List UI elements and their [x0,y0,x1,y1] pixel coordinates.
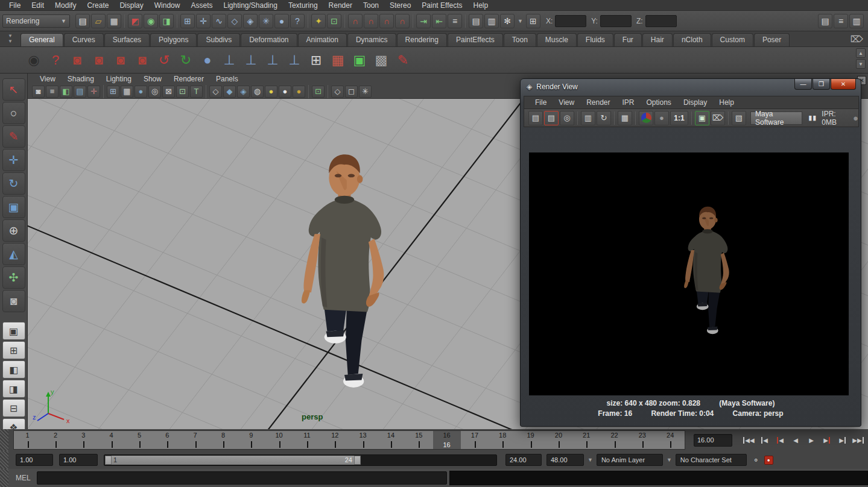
character-model[interactable] [287,146,402,409]
rv-menu-options[interactable]: Options [641,98,677,107]
persp-outliner-layout[interactable]: ◧ [2,360,25,379]
menu-texturing[interactable]: Texturing [283,1,323,10]
frame-8[interactable]: 8 [209,431,237,449]
construction-history-icon[interactable]: ≡ [448,14,462,28]
panel-menu-panels[interactable]: Panels [210,75,244,83]
paint-script-icon[interactable]: ✎ [392,49,414,71]
shelf-tab-polygons[interactable]: Polygons [150,33,197,46]
frame-9[interactable]: 9 [238,431,265,449]
chevron-down-icon[interactable]: ▼ [518,18,523,24]
frame-2[interactable]: 2 [42,431,69,449]
frame-3[interactable]: 3 [70,431,98,449]
outliner-persp-layout[interactable]: ◨ [2,380,25,398]
ipr-render-icon[interactable]: ▥ [581,111,595,125]
character-set-selector[interactable]: No Character Set [676,454,747,466]
shelf-tab-ncloth[interactable]: nCloth [673,33,711,46]
rv-menu-help[interactable]: Help [713,98,740,107]
menu-window[interactable]: Window [149,1,186,10]
frame-1[interactable]: 1 [14,431,42,449]
frame-15[interactable]: 15 [405,431,433,449]
image-plane-icon[interactable]: ▤ [74,86,86,98]
lighting-all-icon[interactable]: ● [265,86,277,98]
menu-paint-effects[interactable]: Paint Effects [416,1,467,10]
isolate-select-icon[interactable]: ⊡ [312,86,325,98]
single-pane-layout[interactable]: ▣ [2,322,25,340]
rv-menu-display[interactable]: Display [677,98,713,107]
z-coordinate-field[interactable] [645,15,677,27]
shelf-tab-deformation[interactable]: Deformation [241,33,297,46]
frame-4[interactable]: 4 [98,431,125,449]
snap-curve-icon[interactable]: ∿ [212,14,226,28]
show-manipulator-tool[interactable]: ✣ [2,266,25,289]
open-scene-icon[interactable]: ▱ [91,14,106,28]
shaded-icon[interactable]: ◆ [223,86,236,98]
snap-magnet-curve-icon[interactable]: ∩ [364,14,378,28]
delete-icon[interactable]: ● [197,49,218,71]
redo-previous-render-icon[interactable]: ▤ [544,111,559,125]
shelf-tab-general[interactable]: General [21,33,63,46]
render-view-window[interactable]: ◈ Render View — ❐ ✕ FileViewRenderIPROpt… [520,78,861,427]
snap-surface-icon[interactable]: ◈ [243,14,258,28]
menu-stereo[interactable]: Stereo [384,1,416,10]
frame-7[interactable]: 7 [182,431,209,449]
frame-16[interactable]: 1616 [433,431,461,449]
frame-22[interactable]: 22 [601,431,629,449]
shelf-tab-dynamics[interactable]: Dynamics [347,33,396,46]
frame-ruler[interactable]: 1234567891011121314151616171819202122232… [13,430,685,450]
shelf-tab-custom[interactable]: Custom [712,33,753,46]
snap-magnet-grid-icon[interactable]: ∩ [348,14,363,28]
parent-icon[interactable]: ⊥ [262,49,284,71]
drag-handle[interactable] [0,429,8,451]
lighting-flat-icon[interactable]: ● [293,86,305,98]
current-time-field[interactable] [694,434,732,447]
play-forwards-button[interactable]: ▶ [803,433,819,447]
ipr-render-icon[interactable]: ▥ [484,14,499,28]
wireframe-on-shaded-icon[interactable]: ◇ [331,86,344,98]
ipr-pause-button[interactable]: ▮▮ [808,114,817,122]
panel-menu-view[interactable]: View [34,75,62,83]
frame-17[interactable]: 17 [461,431,489,449]
step-back-frame-button[interactable]: ◀ [772,433,788,447]
move-tool[interactable]: ✛ [2,149,25,171]
panel-menu-shading[interactable]: Shading [62,75,100,83]
animation-start-field[interactable] [16,454,53,466]
output-connections-icon[interactable]: ⇤ [432,14,446,28]
render-icon[interactable]: ▤ [528,111,543,125]
playback-end-field[interactable] [505,454,542,466]
safe-action-icon[interactable]: ⊡ [176,86,189,98]
plugin-display-icon[interactable]: ✳ [359,86,372,98]
chevron-down-icon[interactable]: ▼ [588,457,593,463]
use-default-material-icon[interactable]: ◍ [251,86,264,98]
snap-points-icon[interactable]: ✳ [259,14,273,28]
camera-track-icon[interactable]: ◙ [88,49,110,71]
save-scene-icon[interactable]: ▦ [107,14,121,28]
menu-edit[interactable]: Edit [26,1,49,10]
film-gate-icon[interactable]: ▦ [121,86,133,98]
paint-selection-tool[interactable]: ✎ [2,125,25,148]
panel-menu-show[interactable]: Show [138,75,168,83]
snapshot-icon[interactable]: ◎ [560,111,574,125]
snap-magnet-view-icon[interactable]: ∩ [395,14,410,28]
menu-modify[interactable]: Modify [49,1,81,10]
menu-render[interactable]: Render [323,1,358,10]
redo-icon[interactable]: ↻ [175,49,197,71]
persp-graph-layout[interactable]: ⊟ [2,399,25,417]
shelf-tab-hair[interactable]: Hair [642,33,673,46]
lasso-select-tool[interactable]: ○ [2,102,25,124]
input-connections-icon[interactable]: ⇥ [416,14,431,28]
textured-icon[interactable]: ◈ [237,86,250,98]
unparent-icon[interactable]: ⊥ [284,49,305,71]
render-settings-icon[interactable]: ✻ [500,14,515,28]
menu-display[interactable]: Display [114,1,148,10]
bookmark-icon[interactable]: ◧ [60,86,72,98]
scale-tool[interactable]: ▣ [2,196,25,218]
command-line-output[interactable] [449,471,868,485]
rv-menu-ipr[interactable]: IPR [616,98,641,107]
frame-24[interactable]: 24 [657,431,685,449]
duplicate-icon[interactable]: ▣ [349,49,370,71]
region-render-icon[interactable]: ▦ [618,111,632,125]
four-pane-layout[interactable]: ⊞ [2,341,25,359]
two-d-pan-zoom-icon[interactable]: ✛ [87,86,100,98]
go-to-end-button[interactable]: ▶▶ [851,433,866,447]
hypergraph-connections-icon[interactable]: ⊥ [240,49,262,71]
